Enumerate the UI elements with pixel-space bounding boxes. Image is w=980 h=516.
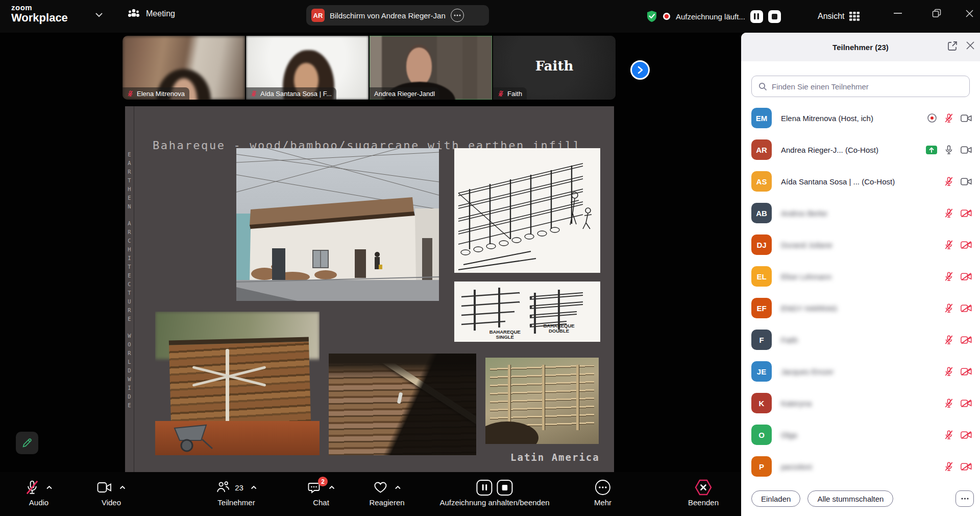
drawing-bahareque-types: BAHAREQUE SINGLE BAHAREQUE DOUBLE	[454, 282, 600, 342]
mic-muted-icon	[944, 430, 954, 440]
logo-zoom: zoom	[11, 4, 68, 11]
photo-street-adobe-house	[236, 148, 439, 301]
avatar: JE	[751, 361, 772, 382]
participants-button[interactable]: 23 Teilnehmer	[216, 477, 257, 507]
audio-button[interactable]: Audio	[26, 477, 53, 507]
close-panel-icon[interactable]	[966, 41, 975, 50]
participant-status-icons	[944, 461, 972, 472]
heart-icon	[373, 481, 387, 494]
participant-name: ENGY HARRAG	[781, 304, 944, 313]
participants-label: Teilnehmer	[217, 498, 255, 507]
participant-row[interactable]: OOlga	[741, 419, 980, 451]
logo-workplace: Workplace	[11, 12, 68, 24]
chevron-up-icon[interactable]	[119, 485, 126, 489]
mic-muted-icon	[127, 90, 134, 97]
participant-name: Jacques Emzer	[781, 367, 944, 376]
participant-status-icons	[944, 240, 972, 250]
participants-panel: Teilnehmer (23) EMElena Mitrenova (Host,…	[741, 33, 980, 516]
participant-name: Kateryna	[781, 399, 944, 408]
stop-recording-button[interactable]	[768, 10, 781, 23]
recording-controls: Aufzeichnung anhalten/beenden	[439, 477, 549, 507]
participant-row[interactable]: FFaith	[741, 324, 980, 356]
participant-status-icons	[944, 176, 972, 187]
window-close-button[interactable]	[958, 0, 980, 27]
video-tile-andrea[interactable]: Andrea Rieger-Jandl	[370, 36, 492, 100]
pause-recording-button[interactable]	[750, 10, 763, 23]
participant-row[interactable]: Pparzoloni	[741, 451, 980, 482]
slide-vertical-sidebar-text: EARTHENARCHITECTUREWORLDWIDE	[126, 150, 133, 418]
participant-row[interactable]: EMElena Mitrenova (Host, ich)	[741, 102, 980, 134]
lattice-post	[576, 365, 579, 430]
annotate-pencil-button[interactable]	[16, 432, 38, 454]
mic-muted-icon	[944, 208, 954, 219]
mute-all-button[interactable]: Alle stummschalten	[807, 490, 893, 507]
participant-name-label: Elena Mitrenova	[137, 90, 185, 98]
reactions-button[interactable]: Reagieren	[369, 477, 404, 507]
participants-panel-footer: Einladen Alle stummschalten	[741, 485, 980, 516]
window-minimize-button[interactable]	[886, 0, 910, 27]
camera-off-icon	[961, 209, 972, 218]
video-tile-faith[interactable]: Faith Faith	[493, 36, 616, 100]
participant-row[interactable]: JEJacques Emzer	[741, 356, 980, 387]
camera-icon	[97, 482, 112, 493]
roof-shadow	[329, 354, 476, 455]
more-button[interactable]: Mehr	[594, 477, 611, 507]
record-dot-icon	[663, 12, 671, 20]
chevron-down-icon[interactable]	[95, 12, 103, 17]
chevron-up-icon[interactable]	[395, 485, 401, 489]
more-label: Mehr	[594, 498, 611, 507]
photo-wood-lattice-frame	[485, 358, 599, 444]
video-button[interactable]: Video	[97, 477, 126, 507]
avatar: O	[751, 425, 772, 445]
video-tile-aida[interactable]: Aída Santana Sosa | F...	[246, 36, 369, 100]
participant-status-icons	[926, 145, 972, 155]
chevron-up-icon[interactable]	[251, 485, 257, 489]
view-menu-button[interactable]: Ansicht	[814, 7, 864, 26]
recording-status-group: Aufzeichnung läuft...	[646, 0, 781, 33]
audio-label: Audio	[29, 498, 48, 507]
participant-row[interactable]: ELElise Lohmann	[741, 261, 980, 292]
mic-muted-icon	[944, 335, 954, 345]
participant-row[interactable]: ARAndrea Rieger-J... (Co-Host)	[741, 134, 980, 166]
participant-row[interactable]: DJDurand Juliane	[741, 229, 980, 261]
chevron-up-icon[interactable]	[46, 485, 53, 489]
window-restore-button[interactable]	[925, 0, 948, 27]
next-videos-button[interactable]	[630, 60, 650, 80]
recording-indicator-icon	[927, 113, 937, 123]
participant-search[interactable]	[751, 76, 970, 97]
reactions-label: Reagieren	[369, 498, 404, 507]
screen-share-pill[interactable]: AR Bildschirm von Andrea Rieger-Jan	[306, 5, 489, 26]
participant-name: Andros Berke	[781, 209, 944, 218]
search-input[interactable]	[772, 82, 963, 91]
participant-row[interactable]: EFENGY HARRAG	[741, 292, 980, 324]
invite-button[interactable]: Einladen	[751, 490, 800, 507]
tab-meeting-label: Meeting	[146, 9, 175, 18]
pause-recording-button[interactable]	[477, 480, 493, 496]
participant-row[interactable]: ABAndros Berke	[741, 197, 980, 229]
avatar: P	[751, 456, 772, 477]
camera-off-icon	[961, 431, 972, 439]
avatar: AS	[751, 171, 772, 192]
shared-screen-slide: EARTHENARCHITECTUREWORLDWIDE Bahareque -…	[125, 106, 614, 472]
screen-share-title: Bildschirm von Andrea Rieger-Jan	[330, 11, 446, 20]
participant-row[interactable]: KKateryna	[741, 387, 980, 419]
leave-meeting-button[interactable]: Beenden	[688, 477, 719, 507]
chat-button[interactable]: 2 Chat	[307, 477, 335, 507]
footer-more-button[interactable]	[955, 490, 974, 507]
participant-name: Andrea Rieger-J... (Co-Host)	[781, 146, 926, 154]
popout-panel-icon[interactable]	[947, 41, 958, 51]
mic-muted-icon	[498, 90, 504, 97]
chat-icon: 2	[307, 481, 322, 494]
participant-name: Faith	[781, 336, 944, 344]
ellipsis-icon[interactable]	[451, 9, 464, 22]
people-icon	[128, 8, 140, 19]
tab-meeting[interactable]: Meeting	[128, 8, 175, 19]
participants-icon	[216, 481, 230, 494]
chevron-up-icon[interactable]	[329, 485, 335, 489]
video-tile-elena[interactable]: Elena Mitrenova	[122, 36, 245, 100]
participant-row[interactable]: ASAída Santana Sosa | ... (Co-Host)	[741, 166, 980, 197]
avatar: K	[751, 393, 772, 413]
participant-status-icons	[944, 366, 972, 377]
stop-recording-button[interactable]	[497, 480, 513, 496]
avatar: EF	[751, 298, 772, 318]
